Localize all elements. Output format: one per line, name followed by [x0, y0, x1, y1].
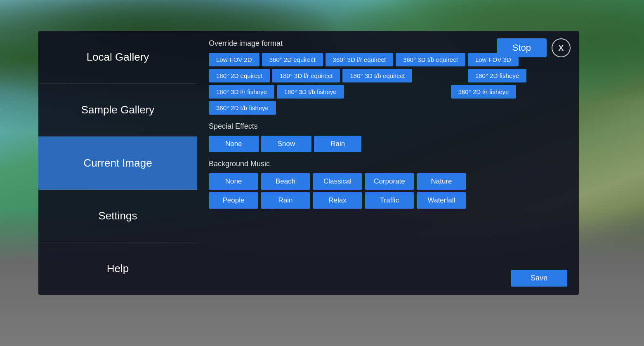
save-button[interactable]: Save	[511, 270, 567, 287]
format-180-2d-equirect[interactable]: 180° 2D equirect	[209, 69, 270, 82]
sidebar: Local Gallery Sample Gallery Current Ima…	[38, 31, 197, 295]
special-effects-grid: None Snow Rain	[209, 136, 567, 152]
format-180-2d-fisheye[interactable]: 180° 2D fisheye	[468, 69, 526, 82]
background-music-section: Background Music None Beach Classical Co…	[209, 160, 567, 209]
music-none[interactable]: None	[209, 173, 258, 190]
format-360-2d-lr-fisheye[interactable]: 360° 2D l/r fisheye	[451, 85, 517, 99]
special-effects-label: Special Effects	[209, 122, 567, 131]
format-180-3d-lr-fisheye[interactable]: 180° 3D l/r fisheye	[209, 85, 274, 99]
sidebar-item-current-image[interactable]: Current Image	[38, 137, 197, 189]
effect-rain[interactable]: Rain	[314, 136, 361, 152]
music-relax[interactable]: Relax	[313, 192, 362, 209]
override-format-grid: Low-FOV 2D 360° 2D equirect 360° 3D l/r …	[209, 53, 567, 115]
background-music-label: Background Music	[209, 160, 567, 168]
sidebar-item-sample-gallery[interactable]: Sample Gallery	[38, 84, 197, 137]
format-360-2d-equirect[interactable]: 360° 2D equirect	[262, 53, 323, 66]
music-nature[interactable]: Nature	[417, 173, 466, 190]
music-row1: None Beach Classical Corporate Nature	[209, 173, 567, 190]
format-360-3d-lr-equirect[interactable]: 360° 3D l/r equirect	[326, 53, 394, 66]
music-beach[interactable]: Beach	[261, 173, 310, 190]
content-panel: Stop X Override image format Low-FOV 2D …	[197, 31, 579, 295]
sidebar-item-settings[interactable]: Settings	[38, 190, 197, 242]
format-180-3d-tb-fisheye[interactable]: 180° 3D t/b fisheye	[277, 85, 344, 99]
music-row2: People Rain Relax Traffic Waterfall	[209, 192, 567, 209]
music-classical[interactable]: Classical	[313, 173, 362, 190]
music-traffic[interactable]: Traffic	[365, 192, 414, 209]
modal-container: Local Gallery Sample Gallery Current Ima…	[38, 31, 579, 295]
format-180-3d-lr-equirect[interactable]: 180° 3D l/r equirect	[272, 69, 340, 82]
top-actions: Stop X	[497, 38, 571, 57]
format-low-fov-2d[interactable]: Low-FOV 2D	[209, 53, 259, 66]
sidebar-item-local-gallery[interactable]: Local Gallery	[38, 31, 197, 84]
format-360-2d-tb-fisheye[interactable]: 360° 2D t/b fisheye	[209, 101, 276, 115]
music-corporate[interactable]: Corporate	[365, 173, 414, 190]
sidebar-item-help[interactable]: Help	[38, 242, 197, 295]
music-rain[interactable]: Rain	[261, 192, 310, 209]
close-button[interactable]: X	[552, 38, 571, 57]
format-180-3d-tb-equirect[interactable]: 180° 3D t/b equirect	[342, 69, 412, 82]
special-effects-section: Special Effects None Snow Rain	[209, 122, 567, 152]
format-360-3d-tb-equirect[interactable]: 360° 3D t/b equirect	[396, 53, 465, 66]
stop-button[interactable]: Stop	[497, 38, 547, 57]
effect-snow[interactable]: Snow	[261, 136, 312, 152]
music-waterfall[interactable]: Waterfall	[417, 192, 466, 209]
effect-none[interactable]: None	[209, 136, 259, 152]
music-people[interactable]: People	[209, 192, 258, 209]
